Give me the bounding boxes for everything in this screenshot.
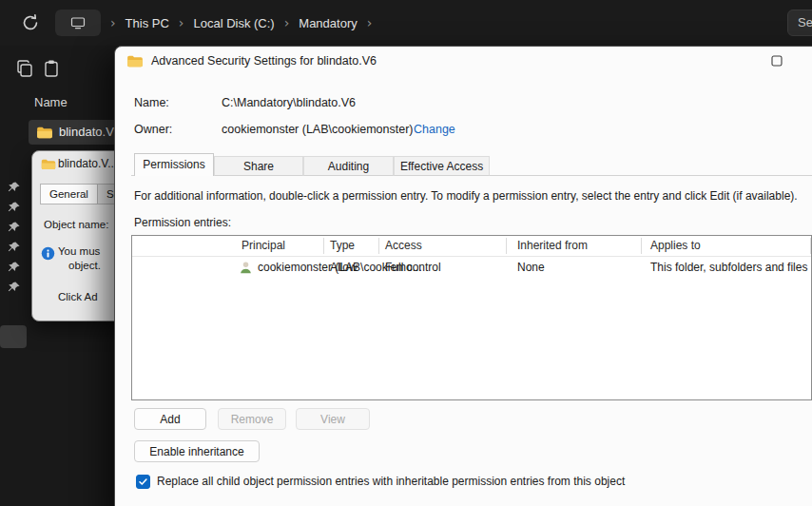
tab-share[interactable]: Share [214, 156, 303, 176]
refresh-button[interactable] [21, 13, 40, 32]
breadcrumb-item-mandatory[interactable]: Mandatory [299, 16, 357, 30]
pin-icon [7, 281, 21, 295]
file-name: blindato.V6 [59, 125, 121, 139]
name-value: C:\Mandatory\blindato.V6 [222, 96, 356, 109]
owner-value: cookiemonster (LAB\cookiemonster) [222, 123, 413, 136]
header-access[interactable]: Access [385, 239, 422, 252]
column-separator [378, 238, 379, 254]
tab-general[interactable]: General [40, 184, 98, 204]
pin-icon [7, 241, 21, 255]
search-input[interactable]: Sea [787, 10, 812, 36]
column-header-name[interactable]: Name [34, 95, 68, 109]
object-name-label: Object name: [44, 219, 108, 230]
breadcrumb-item-this-pc[interactable]: This PC [126, 16, 169, 30]
breadcrumb-item-local-disk[interactable]: Local Disk (C:) [193, 16, 274, 30]
tab-permissions[interactable]: Permissions [134, 153, 214, 176]
pin-icon [7, 181, 21, 195]
permission-warning-line2: object. [68, 260, 101, 271]
refresh-icon [21, 13, 40, 32]
column-separator [810, 238, 811, 254]
paste-icon [42, 59, 61, 78]
cell-access: Full control [385, 261, 441, 274]
column-separator [641, 238, 642, 254]
cell-inherited-from: None [517, 261, 545, 274]
pinned-item[interactable] [7, 221, 21, 235]
header-applies-to[interactable]: Applies to [650, 239, 701, 252]
pinned-item[interactable] [7, 181, 21, 195]
maximize-button[interactable] [758, 49, 796, 73]
column-separator [323, 238, 324, 254]
table-header-row: Principal Type Access Inherited from App… [132, 236, 811, 257]
add-button[interactable]: Add [134, 408, 206, 430]
breadcrumb: › This PC › Local Disk (C:) › Mandatory … [55, 10, 372, 36]
copy-icon [15, 59, 34, 78]
pinned-item[interactable] [7, 281, 21, 295]
tab-auditing[interactable]: Auditing [303, 156, 394, 176]
permission-entries-table: Principal Type Access Inherited from App… [131, 235, 812, 400]
enable-inheritance-button[interactable]: Enable inheritance [134, 440, 260, 462]
owner-label: Owner: [134, 123, 172, 136]
advanced-security-dialog: Advanced Security Settings for blindato.… [114, 46, 812, 506]
breadcrumb-separator: › [110, 15, 116, 30]
location-button[interactable] [55, 10, 101, 36]
properties-dialog-title: blindato.V... [58, 157, 117, 170]
dialog-tabs: Permissions Share Auditing Effective Acc… [134, 153, 490, 176]
header-type[interactable]: Type [330, 239, 355, 252]
replace-permissions-label: Replace all child object permission entr… [157, 475, 625, 488]
checkmark-icon [138, 477, 148, 487]
breadcrumb-separator: › [284, 15, 290, 30]
pinned-item[interactable] [7, 241, 21, 255]
cell-applies-to: This folder, subfolders and files [650, 261, 807, 274]
permission-warning-line1: You mus [58, 245, 100, 257]
pinned-item[interactable] [7, 201, 21, 215]
change-owner-link[interactable]: Change [414, 123, 455, 136]
header-principal[interactable]: Principal [242, 239, 285, 252]
maximize-icon [771, 55, 783, 67]
user-icon [239, 261, 253, 275]
breadcrumb-separator: › [367, 15, 373, 30]
column-separator [506, 238, 507, 254]
nav-selected-item[interactable] [0, 325, 27, 348]
folder-icon [126, 54, 144, 68]
replace-permissions-checkbox[interactable] [136, 475, 150, 489]
dialog-title: Advanced Security Settings for blindato.… [151, 54, 377, 68]
tab-effective-access[interactable]: Effective Access [394, 156, 490, 176]
folder-icon [41, 158, 56, 170]
paste-button[interactable] [42, 59, 61, 78]
info-icon [41, 246, 55, 261]
file-row-blindato[interactable]: blindato.V6 [29, 120, 119, 145]
pin-icon [7, 221, 21, 235]
pinned-item[interactable] [7, 261, 21, 275]
permission-warning-line3: Click Ad [58, 291, 98, 302]
breadcrumb-separator: › [179, 15, 184, 30]
this-pc-icon [70, 15, 86, 30]
instruction-text: For additional information, double-click… [134, 189, 798, 203]
pin-icon [7, 261, 21, 275]
header-inherited-from[interactable]: Inherited from [517, 239, 588, 252]
permission-entry-row[interactable]: cookiemonster (LAB\cookiemo... Allow Ful… [132, 257, 811, 280]
cell-type: Allow [330, 261, 358, 274]
copy-button[interactable] [15, 59, 34, 78]
explorer-address-bar: › This PC › Local Disk (C:) › Mandatory … [0, 0, 812, 46]
name-label: Name: [134, 96, 169, 109]
view-button[interactable]: View [296, 408, 370, 430]
pin-icon [7, 201, 21, 215]
folder-icon [36, 126, 53, 139]
screen: › This PC › Local Disk (C:) › Mandatory … [0, 0, 812, 506]
remove-button[interactable]: Remove [218, 408, 286, 430]
permission-entries-label: Permission entries: [134, 216, 231, 229]
